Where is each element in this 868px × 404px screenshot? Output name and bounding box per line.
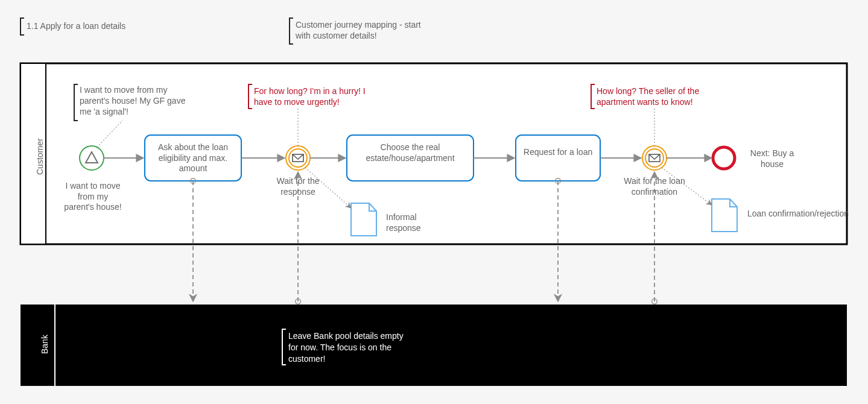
start-event-label: I want to move from my parent's house! bbox=[63, 181, 123, 213]
svg-rect-3 bbox=[21, 305, 847, 386]
task2-label: Choose the real estate/house/apartment bbox=[353, 142, 467, 163]
diagram-title: 1.1 Apply for a loan details bbox=[27, 21, 220, 31]
end-event[interactable] bbox=[713, 147, 735, 169]
task3-label: Request for a loan bbox=[522, 147, 594, 158]
lane-customer-label: Customer bbox=[35, 138, 45, 175]
data-informal-response[interactable] bbox=[351, 203, 376, 236]
bank-pool bbox=[21, 305, 847, 386]
annotation-wait1: For how long? I'm in a hurry! I have to … bbox=[254, 86, 375, 107]
bpmn-diagram bbox=[0, 0, 868, 404]
end-event-label: Next: Buy a house bbox=[742, 148, 802, 169]
wait1-label: Wait for the response bbox=[273, 176, 323, 197]
start-event[interactable] bbox=[80, 146, 104, 170]
data-loan-confirmation[interactable] bbox=[712, 199, 737, 232]
event-wait-response[interactable] bbox=[286, 146, 310, 170]
task1-label: Ask about the loan eligibility and max. … bbox=[150, 142, 236, 174]
bank-note: Leave Bank pool details empty for now. T… bbox=[288, 330, 415, 365]
annotation-start: I want to move from my parent's house! M… bbox=[80, 84, 188, 118]
svg-point-16 bbox=[713, 147, 735, 169]
doc1-label: Informal response bbox=[386, 212, 446, 233]
svg-point-6 bbox=[80, 146, 104, 170]
task-request-loan[interactable] bbox=[516, 135, 600, 181]
svg-rect-4 bbox=[21, 305, 55, 386]
doc2-label: Loan confirmation/rejection bbox=[747, 209, 849, 219]
wait2-label: Wait for the loan confirmation bbox=[621, 176, 688, 197]
annotation-wait2: How long? The seller of the apartment wa… bbox=[597, 86, 717, 107]
svg-rect-12 bbox=[516, 135, 600, 181]
lane-bank-label: Bank bbox=[40, 335, 49, 354]
event-wait-confirmation[interactable] bbox=[642, 146, 667, 170]
header-note: Customer journey mapping - start with cu… bbox=[296, 19, 422, 41]
